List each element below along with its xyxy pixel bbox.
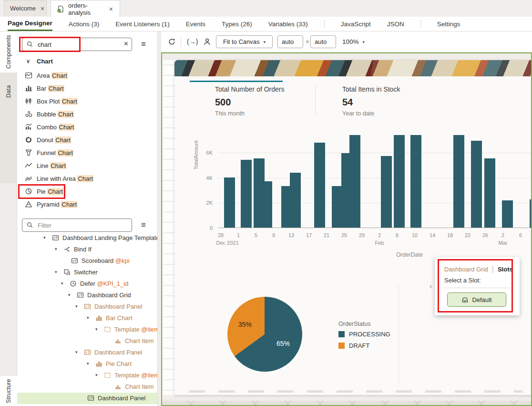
tree-expand-arrow-icon[interactable]: ▾ (75, 350, 78, 354)
tree-node-label: Switcher (74, 269, 98, 276)
menu-tab-actions[interactable]: Actions (3) (69, 17, 100, 31)
menu-tab-event[interactable]: Event Listeners (1) (115, 17, 169, 31)
tree-expand-arrow-icon[interactable]: ▾ (68, 292, 71, 297)
bar-chart-x-tick-label: 26 (482, 232, 488, 238)
tree-expand-arrow-icon[interactable]: ▾ (75, 304, 78, 309)
component-search-input[interactable] (22, 38, 132, 51)
menu-tab-json[interactable]: JSON (387, 17, 404, 31)
tree-node-binding-suffix: @KPI_1_id (95, 280, 129, 287)
dashboard-page-card[interactable]: Total Number of Orders500This monthTotal… (174, 60, 532, 395)
component-item-box-plot-chart[interactable]: Box Plot Chart (17, 95, 157, 108)
tree-node-template[interactable]: ▾Template @item (17, 370, 157, 381)
search-match-highlight: Chart (55, 136, 71, 144)
tree-expand-arrow-icon[interactable]: ▾ (43, 235, 46, 240)
canvas-height-input[interactable] (311, 38, 337, 46)
tree-expand-arrow-icon[interactable]: ▾ (87, 361, 89, 366)
search-clear-icon[interactable]: × (124, 40, 128, 48)
component-category-chart[interactable]: ∨ Chart (17, 55, 157, 67)
default-slot-button[interactable]: Default (447, 292, 506, 307)
component-item-pyramid-chart[interactable]: Pyramid Chart (17, 198, 157, 211)
menu-tab-types[interactable]: Types (26) (222, 17, 252, 31)
panel-splitter[interactable] (157, 31, 161, 406)
sidebar-tab-data[interactable]: Data (0, 73, 17, 111)
combo-chart-icon (25, 123, 32, 132)
component-item-bubble-chart[interactable]: Bubble Chart (17, 108, 157, 121)
window-tab-Welcome[interactable]: Welcome× (4, 0, 47, 16)
tree-node-dashboard-landing-page-template[interactable]: ▾Dashboard Landing Page Template (17, 232, 157, 244)
fit-to-canvas-dropdown[interactable]: Fit to Canvas ▾ (216, 35, 273, 48)
component-item-line-chart[interactable]: Line Chart (17, 159, 157, 172)
component-item-pie-chart[interactable]: Pie Chart (17, 185, 157, 198)
tree-node-label: Dashboard Grid (87, 291, 131, 299)
tree-node-pie-chart[interactable]: ▾Pie Chart (17, 358, 157, 370)
zoom-dropdown[interactable]: 100% ▾ (342, 35, 365, 48)
component-item-label: Box Plot Chart (37, 98, 78, 105)
collapse-handle-icon[interactable]: ‹ (430, 281, 432, 291)
tree-node-dashboard-grid[interactable]: ▾Dashboard Grid (17, 290, 157, 301)
tree-node-defer[interactable]: ▾Defer @KPI_1_id (17, 278, 157, 290)
components-menu-icon[interactable]: ≡ (141, 40, 146, 48)
structure-menu-icon[interactable]: ≡ (141, 221, 146, 229)
default-slot-label: Default (472, 296, 491, 303)
window-tab-orders-analysis[interactable]: orders-analysis× (51, 0, 120, 17)
component-item-combo-chart[interactable]: Combo Chart (17, 121, 157, 134)
tree-node-template[interactable]: ▾Template @item (17, 324, 157, 335)
tree-node-dashboard-panel[interactable]: Dashboard Panel (17, 393, 157, 404)
tree-node-label: Bar Chart (106, 314, 133, 322)
design-canvas[interactable]: Total Number of Orders500This monthTotal… (161, 52, 532, 406)
menu-tab-page[interactable]: Page Designer (8, 17, 52, 31)
menu-tab-variables[interactable]: Variables (33) (268, 17, 308, 31)
pie-chart[interactable] (227, 297, 302, 372)
component-item-area-chart[interactable]: Area Chart (17, 69, 157, 82)
tree-node-bar-chart[interactable]: ▾Bar Chart (17, 312, 157, 324)
tree-node-chart-item[interactable]: Chart Item (17, 335, 157, 347)
tree-node-switcher[interactable]: ▾Switcher (17, 267, 157, 278)
menu-divider (420, 20, 421, 28)
sidebar-tab-structure[interactable]: Structure (0, 376, 17, 406)
component-item-line-with-area-chart[interactable]: Line with Area Chart (17, 172, 157, 185)
tree-expand-arrow-icon[interactable]: ▾ (55, 247, 57, 251)
popup-tab-slots[interactable]: Slots (498, 266, 513, 273)
tree-expand-arrow-icon[interactable]: ▾ (87, 315, 89, 320)
menu-tab-settings[interactable]: Settings (437, 17, 460, 31)
bar-chart-plot[interactable] (218, 132, 532, 228)
canvas-width-input[interactable] (278, 38, 304, 46)
user-icon[interactable] (203, 38, 211, 48)
bar-chart-bar (394, 135, 405, 228)
kpi-value: 54 (342, 97, 438, 108)
tree-node-dashboard-panel[interactable]: ▾Dashboard Panel (17, 347, 157, 358)
refresh-icon[interactable] (168, 38, 176, 48)
tree-node-binding-suffix: @kpi (113, 257, 129, 264)
component-item-bar-chart[interactable]: Bar Chart (17, 82, 157, 95)
popup-tab-dashboard-grid[interactable]: Dashboard Grid (444, 266, 488, 273)
tree-node-scoreboard[interactable]: Scoreboard @kpi (17, 255, 157, 267)
bar-chart-x-tick-label: 25 (341, 232, 347, 238)
bar-chart-x-tick-label: 18 (447, 232, 453, 238)
menu-tab-javascript[interactable]: JavaScript (341, 17, 371, 31)
bar-chart-y-tick-label: 0 (200, 225, 213, 231)
tree-node-bind-if[interactable]: ▾Bind If (17, 244, 157, 255)
tree-expand-arrow-icon[interactable]: ▾ (95, 327, 98, 332)
legend-item-processing: PROCESSING (338, 331, 390, 338)
component-item-donut-chart[interactable]: Donut Chart (17, 134, 157, 146)
tree-expand-arrow-icon[interactable]: ▾ (55, 270, 57, 274)
tree-expand-arrow-icon[interactable]: ▾ (61, 281, 63, 286)
kpi-caption: This month (215, 110, 310, 117)
structure-filter-input[interactable] (22, 219, 132, 232)
tree-node-dashboard-panel[interactable]: ▾Dashboard Panel (17, 301, 157, 312)
canvas-width-field[interactable] (277, 35, 303, 48)
bar-chart-bar (381, 156, 392, 228)
inbox-icon (461, 296, 469, 303)
live-mode-icon[interactable]: (→) (187, 38, 198, 45)
component-item-label: Pyramid Chart (37, 201, 77, 208)
component-item-funnel-chart[interactable]: Funnel Chart (17, 146, 157, 159)
bar-chart-icon (95, 314, 102, 323)
close-icon[interactable]: × (108, 5, 114, 13)
close-icon[interactable]: × (40, 5, 45, 12)
tree-expand-arrow-icon[interactable]: ▾ (95, 373, 98, 377)
menu-tab-events[interactable]: Events (186, 17, 205, 31)
pyramid-chart-icon (25, 200, 32, 209)
canvas-height-field[interactable] (310, 35, 336, 48)
sidebar-tab-components[interactable]: Components (0, 31, 17, 73)
tree-node-chart-item[interactable]: Chart Item (17, 381, 157, 393)
